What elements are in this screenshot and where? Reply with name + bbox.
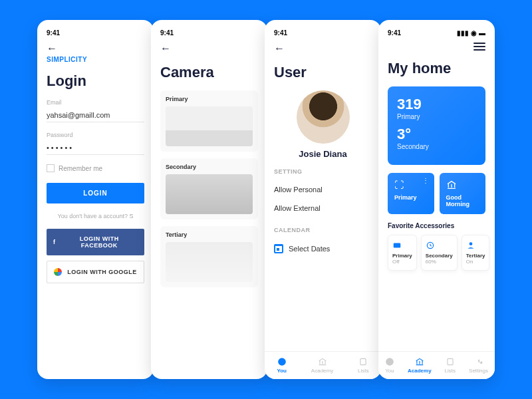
stat-value: 3° [397, 126, 476, 143]
wifi-icon: ◉ [471, 29, 477, 37]
accessory-card[interactable]: Primary Off [388, 235, 417, 271]
battery-icon: ▬ [479, 29, 485, 37]
page-title: Camera [160, 64, 258, 81]
camera-card[interactable]: Primary [160, 90, 258, 152]
brand-label: SIMPLICITY [47, 56, 144, 63]
back-button[interactable]: ← [274, 43, 285, 55]
section-label: CALENDAR [274, 227, 372, 233]
status-bar: 9:41 ▮▮▮ ◉ ▬ [388, 28, 485, 37]
camera-screen: 9:41 ← Camera Primary Secondary Tertiary [151, 20, 267, 379]
accessory-card[interactable]: Tertiary On [462, 235, 490, 271]
password-field[interactable] [47, 141, 144, 155]
face-icon [277, 357, 287, 366]
bank-icon [446, 180, 457, 190]
back-button[interactable]: ← [47, 43, 57, 55]
card-title: Tertiary [166, 231, 253, 238]
tab-academy[interactable]: Academy [311, 357, 333, 374]
page-title: Login [47, 72, 144, 90]
room-tile[interactable]: ⋮ ⛶ Primary [388, 173, 434, 214]
status-time: 9:41 [388, 29, 401, 37]
camera-thumbnail [166, 174, 253, 214]
page-title: My home [388, 60, 485, 77]
remember-label: Remember me [59, 165, 102, 172]
section-label: SETTING [274, 168, 372, 175]
email-field[interactable] [47, 108, 144, 122]
person-icon [466, 241, 475, 250]
bank-icon [415, 357, 424, 366]
status-bar: 9:41 [274, 28, 372, 37]
face-icon [385, 357, 394, 366]
card-title: Primary [166, 96, 253, 102]
signup-hint[interactable]: You don't have a account? S [47, 213, 144, 219]
svg-point-4 [469, 242, 472, 245]
status-icons: ▮▮▮ ◉ ▬ [457, 29, 485, 37]
status-bar: 9:41 [160, 28, 258, 37]
stat-label: Secondary [397, 143, 476, 150]
tab-lists[interactable]: Lists [445, 357, 456, 374]
tab-you[interactable]: You [277, 357, 287, 374]
wallet-icon [392, 241, 402, 250]
status-time: 9:41 [47, 29, 60, 37]
setting-row[interactable]: Allow External [274, 199, 372, 217]
status-time: 9:41 [274, 29, 287, 37]
back-button[interactable]: ← [160, 43, 171, 55]
svg-rect-6 [448, 358, 453, 364]
calendar-row[interactable]: Select Dates [274, 239, 372, 259]
wrench-icon [474, 357, 483, 366]
bank-icon [318, 357, 327, 366]
room-tile[interactable]: Good Morning [440, 173, 486, 214]
status-bar: 9:41 [47, 28, 144, 37]
page-title: User [274, 64, 372, 81]
svg-point-0 [278, 358, 286, 366]
stats-card[interactable]: 319 Primary 3° Secondary [388, 86, 485, 165]
camera-thumbnail [166, 242, 253, 282]
tab-you[interactable]: You [385, 357, 394, 374]
accessory-card[interactable]: Secondary 60% [421, 235, 458, 271]
calendar-icon [274, 244, 283, 253]
tab-bar: You Academy Lists Settings [378, 351, 495, 379]
status-time: 9:41 [160, 29, 174, 37]
list-icon [358, 357, 368, 366]
stat-label: Primary [397, 113, 476, 120]
signal-icon: ▮▮▮ [457, 29, 469, 37]
clock-icon [426, 241, 435, 250]
menu-button[interactable] [473, 43, 485, 51]
tab-settings[interactable]: Settings [469, 357, 488, 374]
camera-card[interactable]: Tertiary [160, 226, 258, 287]
tab-bar: You Academy Lists [265, 351, 381, 379]
google-icon [54, 268, 62, 276]
user-name: Josie Diana [299, 149, 346, 159]
setting-row[interactable]: Allow Personal [274, 180, 372, 199]
card-title: Secondary [166, 164, 253, 170]
login-screen: 9:41 ← SIMPLICITY Login Email Password R… [37, 20, 154, 379]
more-icon[interactable]: ⋮ [422, 177, 429, 184]
camera-card[interactable]: Secondary [160, 158, 258, 219]
svg-rect-2 [394, 243, 401, 248]
password-label: Password [47, 132, 144, 138]
tab-lists[interactable]: Lists [358, 357, 368, 374]
facebook-login-button[interactable]: fLOGIN WITH FACEBOOK [47, 229, 144, 255]
camera-thumbnail [166, 106, 253, 146]
list-icon [446, 357, 455, 366]
login-button[interactable]: LOGIN [47, 183, 144, 203]
user-avatar[interactable] [297, 90, 350, 144]
svg-rect-1 [360, 358, 366, 364]
google-login-button[interactable]: LOGIN WITH GOOGLE [47, 261, 144, 283]
remember-checkbox[interactable] [47, 164, 55, 172]
section-title: Favorite Accessories [388, 222, 485, 229]
email-label: Email [47, 99, 144, 106]
tab-academy[interactable]: Academy [408, 357, 432, 374]
stat-value: 319 [397, 96, 476, 113]
user-screen: 9:41 ← User Josie Diana SETTING Allow Pe… [265, 20, 381, 379]
facebook-icon: f [53, 239, 56, 245]
home-screen: 9:41 ▮▮▮ ◉ ▬ My home 319 Primary 3° Seco… [378, 20, 495, 379]
svg-point-5 [386, 358, 394, 366]
